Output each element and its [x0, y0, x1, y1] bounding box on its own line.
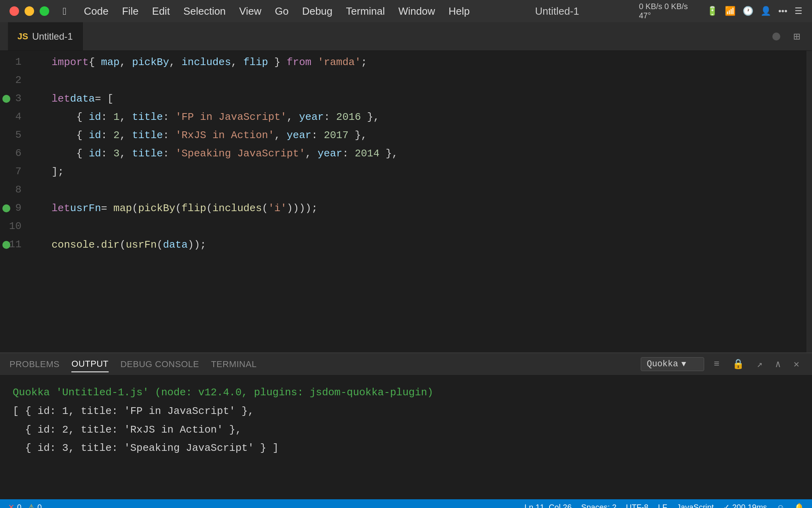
- more-icon: •••: [778, 6, 787, 16]
- line-numbers: 1234567891011: [0, 51, 36, 352]
- code-line-5[interactable]: { id: 2, title: 'RxJS in Action', year: …: [36, 126, 806, 144]
- editor: 1234567891011 import { map, pickBy, incl…: [0, 51, 812, 352]
- breakpoint-11[interactable]: [2, 241, 10, 249]
- quokka-time: ✓ 200.19ms: [723, 502, 767, 508]
- close-panel-icon[interactable]: ✕: [791, 357, 802, 371]
- line-number-3: 3: [0, 90, 28, 108]
- fullscreen-button[interactable]: [40, 6, 49, 16]
- status-bar: ✕ 0 ⚠ 0 Ln 11, Col 26 Spaces: 2 UTF-8 LF…: [0, 499, 812, 508]
- user-icon: 👤: [760, 6, 771, 16]
- tab-terminal[interactable]: TERMINAL: [211, 357, 257, 372]
- output-line-0: Quokka 'Untitled-1.js' (node: v12.4.0, p…: [13, 383, 799, 402]
- menu-edit[interactable]: Edit: [147, 4, 176, 19]
- record-button[interactable]: [772, 33, 780, 40]
- network-status: 0 KB/s 0 KB/s 47°: [639, 2, 700, 20]
- lock-icon[interactable]: 🔒: [729, 357, 747, 371]
- line-number-8: 8: [0, 181, 28, 199]
- window-title: Untitled-1: [475, 5, 639, 17]
- clock-icon: 🕐: [743, 6, 753, 16]
- line-number-9: 9: [0, 199, 28, 217]
- titlebar:  Code File Edit Selection View Go Debug…: [0, 0, 812, 22]
- layout-icon[interactable]: ⊞: [793, 30, 800, 43]
- language-mode[interactable]: JavaScript: [677, 503, 714, 508]
- smiley-icon: ☺: [777, 503, 785, 508]
- minimize-button[interactable]: [25, 6, 34, 16]
- menu-code[interactable]: Code: [79, 4, 114, 19]
- panel-content: Quokka 'Untitled-1.js' (node: v12.4.0, p…: [0, 375, 812, 499]
- encoding[interactable]: UTF-8: [626, 503, 649, 508]
- menu-view[interactable]: View: [234, 4, 267, 19]
- notification-icon[interactable]: 🔔: [794, 502, 804, 508]
- line-number-2: 2: [0, 71, 28, 90]
- traffic-lights: [10, 6, 49, 16]
- error-icon: ✕: [8, 502, 15, 508]
- tab-label: Untitled-1: [32, 31, 73, 42]
- titlebar-left:  Code File Edit Selection View Go Debug…: [10, 4, 475, 19]
- code-line-9[interactable]: let usrFn = map(pickBy(flip(includes('i'…: [36, 199, 806, 217]
- line-number-7: 7: [0, 163, 28, 181]
- open-editor-icon[interactable]: ↗: [754, 357, 766, 371]
- statusbar-right: Ln 11, Col 26 Spaces: 2 UTF-8 LF JavaScr…: [525, 502, 804, 508]
- output-line-3: { id: 2, title: 'RxJS in Action' },: [13, 421, 799, 439]
- selector-label: Quokka: [647, 359, 678, 369]
- code-line-3[interactable]: let data = [: [36, 90, 806, 108]
- output-line-4: { id: 3, title: 'Speaking JavaScript' } …: [13, 439, 799, 458]
- warning-icon: ⚠: [28, 502, 35, 508]
- menu-help[interactable]: Help: [443, 4, 475, 19]
- code-line-6[interactable]: { id: 3, title: 'Speaking JavaScript', y…: [36, 144, 806, 163]
- line-number-10: 10: [0, 217, 28, 236]
- error-number: 0: [17, 503, 21, 508]
- code-line-10[interactable]: [36, 217, 806, 236]
- line-number-4: 4: [0, 108, 28, 126]
- line-number-5: 5: [0, 126, 28, 144]
- menu-debug[interactable]: Debug: [297, 4, 338, 19]
- statusbar-left: ✕ 0 ⚠ 0: [8, 502, 42, 508]
- code-line-2[interactable]: [36, 71, 806, 90]
- panel: PROBLEMS OUTPUT DEBUG CONSOLE TERMINAL Q…: [0, 352, 812, 499]
- warning-number: 0: [37, 503, 42, 508]
- menu-selection[interactable]: Selection: [178, 4, 231, 19]
- clear-output-icon[interactable]: ≡: [710, 357, 722, 371]
- js-icon: JS: [17, 31, 28, 42]
- panel-controls: Quokka ▼ ≡ 🔒 ↗ ∧ ✕: [641, 357, 802, 371]
- code-line-7[interactable]: ];: [36, 163, 806, 181]
- code-area[interactable]: import { map, pickBy, includes, flip } f…: [36, 51, 806, 352]
- titlebar-right: 0 KB/s 0 KB/s 47° 🔋 📶 🕐 👤 ••• ☰: [639, 2, 802, 20]
- tab-bar: JS Untitled-1 ⊞: [0, 22, 812, 51]
- file-tab[interactable]: JS Untitled-1: [8, 22, 83, 50]
- scrollbar[interactable]: [806, 51, 812, 352]
- menu-window[interactable]: Window: [393, 4, 440, 19]
- tab-output[interactable]: OUTPUT: [71, 356, 108, 372]
- cursor-position[interactable]: Ln 11, Col 26: [525, 503, 572, 508]
- breakpoint-9[interactable]: [2, 204, 10, 212]
- chevron-down-icon: ▼: [681, 360, 686, 369]
- tab-problems[interactable]: PROBLEMS: [10, 357, 59, 372]
- menubar:  Code File Edit Selection View Go Debug…: [57, 4, 475, 19]
- line-number-1: 1: [0, 53, 28, 71]
- code-line-1[interactable]: import { map, pickBy, includes, flip } f…: [36, 53, 806, 71]
- code-line-11[interactable]: console.dir(usrFn(data));: [36, 236, 806, 254]
- breakpoint-3[interactable]: [2, 95, 10, 103]
- line-number-6: 6: [0, 144, 28, 163]
- output-selector[interactable]: Quokka ▼: [641, 357, 704, 371]
- eol[interactable]: LF: [658, 503, 667, 508]
- list-icon: ☰: [795, 6, 802, 16]
- code-line-8[interactable]: [36, 181, 806, 199]
- panel-tabs: PROBLEMS OUTPUT DEBUG CONSOLE TERMINAL Q…: [0, 353, 812, 375]
- close-button[interactable]: [10, 6, 19, 16]
- error-count[interactable]: ✕ 0 ⚠ 0: [8, 502, 42, 508]
- menu-terminal[interactable]: Terminal: [341, 4, 391, 19]
- code-line-4[interactable]: { id: 1, title: 'FP in JavaScript', year…: [36, 108, 806, 126]
- line-number-11: 11: [0, 236, 28, 254]
- battery-icon: 🔋: [707, 6, 718, 16]
- menu-go[interactable]: Go: [269, 4, 294, 19]
- apple-menu[interactable]: : [57, 4, 72, 19]
- indentation[interactable]: Spaces: 2: [581, 503, 617, 508]
- output-line-2: [ { id: 1, title: 'FP in JavaScript' },: [13, 402, 799, 421]
- menu-file[interactable]: File: [117, 4, 144, 19]
- wifi-icon: 📶: [725, 6, 735, 16]
- chevron-up-icon[interactable]: ∧: [772, 357, 784, 371]
- tab-debug-console[interactable]: DEBUG CONSOLE: [121, 357, 199, 372]
